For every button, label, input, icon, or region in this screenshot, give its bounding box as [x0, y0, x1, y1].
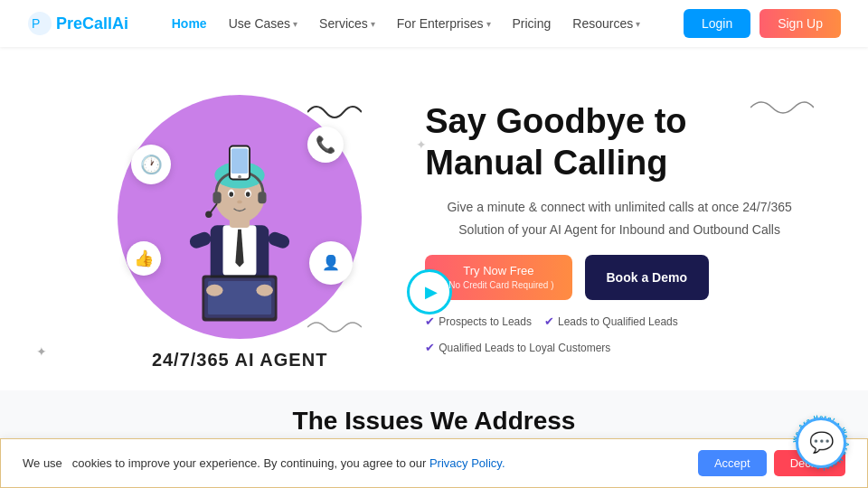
play-button[interactable]: ▶ — [407, 269, 452, 314]
nav-enterprises[interactable]: For Enterprises ▾ — [397, 16, 491, 31]
nav-services[interactable]: Services ▾ — [319, 16, 375, 31]
nav-use-cases[interactable]: Use Cases ▾ — [229, 16, 297, 31]
svg-point-23 — [257, 284, 273, 296]
hero-circle-bg: 🕐 📞 👍 👤 — [118, 95, 362, 339]
chevron-down-icon: ▾ — [293, 19, 297, 29]
svg-rect-20 — [188, 230, 213, 249]
squiggle-decoration-tr — [750, 97, 814, 119]
hero-tag-3: ✔ Qualified Leads to Loyal Customers — [425, 341, 610, 354]
svg-line-15 — [211, 203, 217, 212]
hero-tag-2: ✔ Leads to Qualified Leads — [544, 314, 678, 328]
chat-button[interactable]: 💬 — [796, 418, 846, 468]
section-title: The Issues We Address — [293, 407, 576, 436]
nav-pricing[interactable]: Pricing — [513, 16, 552, 31]
logo-text: PreCallAi — [56, 14, 128, 33]
svg-point-26 — [238, 174, 241, 178]
svg-point-16 — [205, 211, 212, 217]
person-icon: 👤 — [309, 241, 353, 285]
svg-text:P: P — [32, 16, 40, 31]
logo-icon: P — [27, 11, 52, 36]
svg-rect-25 — [231, 148, 248, 174]
nav-links: Home Use Cases ▾ Services ▾ For Enterpri… — [172, 16, 640, 31]
privacy-policy-link[interactable]: Privacy Policy. — [429, 456, 505, 470]
clock-icon: 🕐 — [131, 145, 171, 184]
nav-actions: Login Sign Up — [684, 9, 841, 38]
svg-point-12 — [237, 200, 242, 203]
check-icon-2: ✔ — [544, 314, 554, 328]
svg-point-22 — [206, 284, 222, 296]
agent-illustration — [149, 108, 330, 325]
login-button[interactable]: Login — [684, 9, 750, 38]
chat-widget: We Are Here! • We Are Here! • 💬 — [788, 410, 854, 475]
nav-resources[interactable]: Resources ▾ — [572, 16, 640, 31]
accept-button[interactable]: Accept — [698, 450, 767, 476]
cookie-banner: We use cookies to improve your experienc… — [0, 438, 868, 488]
nav-home[interactable]: Home — [172, 16, 207, 31]
hero-subtext1: Give a minute & connect with unlimited c… — [425, 198, 814, 217]
signup-button[interactable]: Sign Up — [760, 9, 841, 38]
hero-left: 🕐 📞 👍 👤 24/7/365 AI AGENT ▶ — [54, 86, 425, 371]
thumbs-up-icon: 👍 — [127, 241, 161, 276]
chevron-down-icon: ▾ — [636, 19, 640, 29]
svg-point-10 — [230, 192, 234, 197]
svg-point-11 — [246, 192, 250, 197]
svg-rect-21 — [267, 230, 292, 249]
check-icon-1: ✔ — [425, 314, 435, 328]
svg-rect-14 — [258, 192, 266, 203]
hero-buttons: Try Now Free ( No Credit Card Required )… — [425, 255, 814, 300]
hero-tag-1: ✔ Prospects to Leads — [425, 314, 532, 328]
hero-tags: ✔ Prospects to Leads ✔ Leads to Qualifie… — [425, 314, 814, 354]
star-decoration-bl: ✦ — [36, 344, 47, 359]
phone-icon: 📞 — [307, 127, 344, 163]
play-icon: ▶ — [425, 282, 438, 302]
navbar: P PreCallAi Home Use Cases ▾ Services ▾ … — [0, 0, 868, 47]
book-demo-button[interactable]: Book a Demo — [585, 255, 709, 300]
hero-subtext2: Solution of your AI Agent for Inbound an… — [425, 222, 814, 237]
hero-agent-label: 24/7/365 AI AGENT — [152, 350, 327, 371]
logo: P PreCallAi — [27, 11, 128, 36]
svg-rect-13 — [213, 192, 222, 203]
check-icon-3: ✔ — [425, 341, 435, 354]
hero-section: ✦ ✦ — [0, 47, 868, 390]
chevron-down-icon: ▾ — [371, 19, 375, 29]
cookie-text: We use cookies to improve your experienc… — [23, 456, 698, 470]
chevron-down-icon: ▾ — [486, 19, 491, 29]
chat-icon: 💬 — [809, 431, 834, 455]
hero-right: Say Goodbye to Manual Calling Give a min… — [425, 101, 814, 354]
